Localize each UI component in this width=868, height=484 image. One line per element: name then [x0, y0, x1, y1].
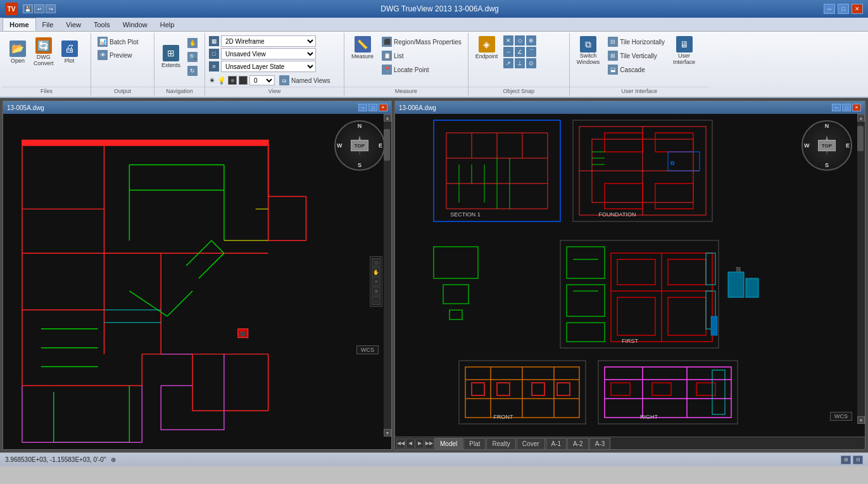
locate-point-button[interactable]: 📍 Locate Point: [379, 63, 464, 76]
status-btn-2[interactable]: ⊟: [853, 456, 863, 464]
snap-icon-2[interactable]: ◇: [515, 35, 525, 46]
snap-btn-5[interactable]: –: [372, 296, 381, 305]
compass-n-left: N: [358, 123, 362, 129]
tab-nav-prev[interactable]: ◀: [406, 438, 415, 449]
tab-plat[interactable]: Plat: [463, 438, 486, 449]
endpoint-button[interactable]: ◈ Endpoint: [472, 34, 501, 68]
right-maximize-btn[interactable]: □: [842, 104, 851, 111]
tile-vertically-button[interactable]: ⊞ Tile Vertically: [605, 49, 667, 62]
open-button[interactable]: 📂 Open: [6, 39, 29, 66]
tab-a1[interactable]: A-1: [546, 438, 567, 449]
svg-rect-96: [450, 310, 462, 320]
app-icon: TV: [5, 3, 18, 15]
layer-num-dropdown[interactable]: 0: [249, 75, 275, 85]
tab-cover[interactable]: Cover: [517, 438, 545, 449]
help-menu[interactable]: Help: [154, 18, 181, 31]
left-minimize-btn[interactable]: ─: [358, 104, 367, 111]
svg-rect-115: [611, 383, 630, 395]
layer-state-dropdown[interactable]: Unsaved Layer State: [221, 61, 316, 72]
view-group-label: View: [205, 87, 344, 94]
svg-rect-67: [605, 183, 643, 209]
switch-windows-button[interactable]: ⧉ SwitchWindows: [574, 34, 603, 76]
minimize-button[interactable]: ─: [824, 4, 835, 14]
view-mode-dropdown[interactable]: 2D Wireframe: [221, 35, 316, 47]
tab-model[interactable]: Model: [434, 438, 463, 449]
snap-icon-1[interactable]: ✕: [503, 35, 513, 46]
snap-icon-4[interactable]: –: [503, 47, 513, 57]
left-vscroll[interactable]: ▲ ▼: [384, 114, 391, 437]
ribbon-group-measure: 📏 Measure ⬛ Region/Mass Properties 📋 Lis…: [344, 33, 469, 96]
batch-plot-button[interactable]: 📊 Batch Plot: [95, 35, 141, 48]
maximize-button[interactable]: □: [838, 4, 849, 14]
tab-a3[interactable]: A-3: [589, 438, 611, 449]
svg-rect-90: [711, 316, 717, 335]
snap-icon-9[interactable]: ⊙: [526, 58, 536, 68]
pan-button[interactable]: ✋: [185, 37, 200, 49]
view-dropdown[interactable]: Unsaved View: [221, 48, 316, 59]
right-scroll-down[interactable]: ▼: [857, 416, 865, 424]
left-drawing-window: 13-005A.dwg ─ □ ✕: [3, 101, 392, 450]
tab-realty[interactable]: Realty: [486, 438, 515, 449]
measure-button[interactable]: 📏 Measure: [348, 34, 377, 76]
view-icon: □: [209, 49, 219, 59]
left-canvas[interactable]: ⬛ N S E W TOP WCS: [3, 114, 391, 449]
tab-nav-next[interactable]: ▶: [415, 438, 424, 449]
svg-text:RIGHT: RIGHT: [640, 414, 658, 420]
ribbon-group-object-snap: ◈ Endpoint ✕ ◇ ⊕ – ∠ ⌒ ↗ ⊥ ⊙: [469, 33, 570, 96]
snap-icon-3[interactable]: ⊕: [526, 35, 536, 46]
quick-save-btn[interactable]: 💾: [23, 4, 33, 13]
tab-a2[interactable]: A-2: [567, 438, 589, 449]
home-tab[interactable]: Home: [3, 18, 36, 31]
right-vscroll[interactable]: ▲ ▼: [857, 114, 865, 424]
compass-e-left: E: [379, 142, 382, 149]
snap-btn-4[interactable]: ⊕: [372, 287, 381, 295]
extents-button[interactable]: ⊞ Extents: [158, 43, 184, 70]
snap-icon-6[interactable]: ⌒: [526, 47, 536, 57]
cascade-button[interactable]: ⬓ Cascade: [605, 63, 667, 76]
svg-text:FRONT: FRONT: [494, 414, 513, 420]
tab-nav-last[interactable]: ▶▶: [425, 438, 434, 449]
title-bar: TV 💾 ↩ ↪ DWG TrueView 2013 13-006A.dwg ─…: [0, 0, 868, 18]
svg-rect-121: [746, 278, 758, 297]
user-interface-button[interactable]: 🖥 UserInterface: [670, 34, 698, 76]
right-scroll-up[interactable]: ▲: [857, 114, 865, 121]
right-close-btn[interactable]: ✕: [852, 104, 861, 111]
quick-undo-btn[interactable]: ↩: [34, 4, 44, 13]
tools-menu[interactable]: Tools: [87, 18, 116, 31]
ribbon-group-output: 📊 Batch Plot 👁 Preview Output: [91, 33, 154, 96]
preview-button[interactable]: 👁 Preview: [95, 49, 135, 61]
file-menu[interactable]: File: [36, 18, 60, 31]
named-views-button[interactable]: 🗂 Named Views: [277, 74, 333, 87]
snap-btn-1[interactable]: ⊙: [372, 258, 381, 267]
window-menu[interactable]: Window: [116, 18, 154, 31]
plot-button[interactable]: 🖨 Plot: [58, 39, 81, 66]
svg-text:⬛: ⬛: [240, 331, 246, 337]
quick-redo-btn[interactable]: ↪: [46, 4, 56, 13]
tile-horizontally-button[interactable]: ⊟ Tile Horizontally: [605, 35, 667, 48]
right-dwg-title: 13-006A.dwg: [399, 104, 436, 111]
snap-icon-8[interactable]: ⊥: [515, 58, 525, 68]
snap-icon-7[interactable]: ↗: [503, 58, 513, 68]
tab-nav-first[interactable]: ◀◀: [396, 438, 405, 449]
snap-btn-2[interactable]: ✋: [372, 268, 381, 276]
object-snap-group-label: Object Snap: [469, 87, 569, 94]
right-canvas[interactable]: SECTION 1: [395, 114, 865, 437]
list-button[interactable]: 📋 List: [379, 49, 464, 62]
snap-icon-5[interactable]: ∠: [515, 47, 525, 57]
zoom-button[interactable]: 🔍: [185, 51, 200, 63]
left-scroll-up[interactable]: ▲: [384, 114, 391, 121]
snap-btn-3[interactable]: ✕: [372, 277, 381, 286]
orbit-button[interactable]: ↻: [185, 65, 200, 77]
view-menu[interactable]: View: [60, 18, 87, 31]
dwg-convert-button[interactable]: 🔄 DWGConvert: [30, 35, 57, 69]
layer-box: [239, 76, 248, 85]
left-scroll-down[interactable]: ▼: [384, 429, 391, 437]
right-minimize-btn[interactable]: ─: [832, 104, 841, 111]
close-button[interactable]: ✕: [852, 4, 863, 14]
region-mass-button[interactable]: ⬛ Region/Mass Properties: [379, 35, 464, 48]
left-maximize-btn[interactable]: □: [368, 104, 377, 111]
left-close-btn[interactable]: ✕: [379, 104, 387, 111]
svg-text:⬛: ⬛: [736, 266, 741, 272]
status-btn-1[interactable]: ⊞: [841, 456, 851, 464]
right-cad-svg: SECTION 1: [395, 114, 865, 437]
